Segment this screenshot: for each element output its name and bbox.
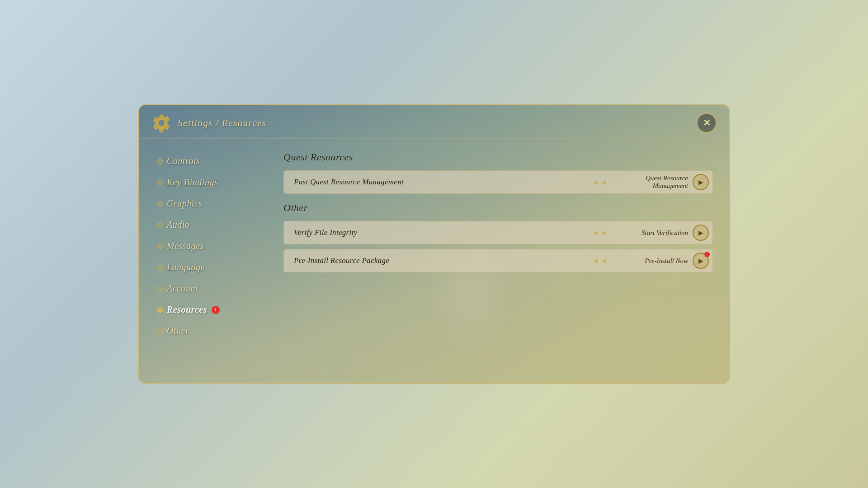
sidebar-item-language[interactable]: Language — [155, 258, 261, 276]
bullet-icon — [157, 179, 163, 185]
sidebar-item-graphics[interactable]: Graphics — [155, 195, 261, 212]
main-content: Quest Resources Past Quest Resource Mana… — [270, 139, 729, 383]
arrow-left-icon: ◄◄ — [591, 256, 608, 266]
quest-section-title: Quest Resources — [283, 151, 713, 163]
resources-row: Resources ! — [167, 305, 220, 315]
pre-install-action-text: Pre-Install Now — [640, 257, 693, 265]
arrow-left-icon: ◄◄ — [591, 228, 608, 238]
sidebar-label: Controls — [167, 156, 200, 166]
sidebar-item-account[interactable]: Account — [155, 280, 261, 297]
sidebar-label: Language — [167, 262, 205, 272]
verify-file-label: Verify File Integrity — [284, 228, 586, 237]
quest-resources-section: Quest Resources Past Quest Resource Mana… — [283, 151, 713, 194]
bullet-icon — [157, 221, 163, 228]
quest-action-button[interactable]: ▶ — [693, 174, 709, 190]
bullet-icon — [157, 306, 163, 313]
settings-modal: Settings / Resources ✕ Controls Key Bind… — [138, 104, 730, 384]
verify-file-row[interactable]: Verify File Integrity ◄◄ Start Verificat… — [283, 221, 713, 244]
sidebar-item-audio[interactable]: Audio — [155, 216, 261, 234]
bullet-icon — [157, 158, 163, 164]
alert-badge: ! — [212, 306, 220, 314]
breadcrumb: Settings / Resources — [178, 117, 266, 129]
verify-action-area: Start Verification ▶ — [613, 225, 712, 241]
modal-header: Settings / Resources ✕ — [139, 105, 729, 139]
bullet-icon — [157, 328, 163, 334]
sidebar-label: Account — [167, 283, 198, 294]
pre-install-action-button[interactable]: ▶ — [693, 253, 709, 269]
close-button[interactable]: ✕ — [697, 113, 717, 133]
sidebar-item-other[interactable]: Other — [155, 322, 261, 340]
bullet-icon — [157, 264, 163, 270]
bullet-icon — [157, 285, 163, 291]
sidebar-item-resources[interactable]: Resources ! — [155, 301, 261, 319]
pre-install-label: Pre-Install Resource Package — [284, 256, 586, 265]
sidebar-label: Key Bindings — [167, 177, 218, 188]
other-section: Other Verify File Integrity ◄◄ Start Ver… — [283, 202, 713, 272]
gear-icon — [151, 113, 171, 133]
sidebar-item-controls[interactable]: Controls — [155, 152, 261, 170]
modal-content: Settings / Resources ✕ Controls Key Bind… — [139, 105, 729, 383]
past-quest-row[interactable]: Past Quest Resource Management ◄◄ Quest … — [283, 170, 713, 194]
pre-install-alert-dot — [704, 252, 710, 257]
modal-body: Controls Key Bindings Graphics Audio Mes — [139, 139, 729, 383]
arrow-left-area: ◄◄ — [586, 256, 613, 266]
pre-install-row[interactable]: Pre-Install Resource Package ◄◄ Pre-Inst… — [283, 249, 713, 272]
other-section-title: Other — [283, 202, 713, 214]
verify-action-text: Start Verification — [637, 229, 693, 237]
sidebar: Controls Key Bindings Graphics Audio Mes — [139, 139, 270, 383]
sidebar-item-key-bindings[interactable]: Key Bindings — [155, 174, 261, 191]
bullet-icon — [157, 200, 163, 206]
arrow-left-area: ◄◄ — [586, 178, 613, 187]
arrow-left-icon: ◄◄ — [591, 178, 608, 187]
quest-action-area: Quest ResourceManagement ▶ — [613, 174, 712, 190]
bullet-icon — [157, 243, 163, 249]
arrow-left-area: ◄◄ — [586, 228, 613, 238]
sidebar-label: Messages — [167, 241, 204, 251]
sidebar-label: Resources — [167, 305, 207, 315]
verify-action-button[interactable]: ▶ — [693, 225, 709, 241]
sidebar-label: Graphics — [167, 198, 202, 209]
past-quest-label: Past Quest Resource Management — [284, 178, 586, 187]
sidebar-item-messages[interactable]: Messages — [155, 237, 261, 255]
header-left: Settings / Resources — [151, 113, 266, 133]
pre-install-action-area: Pre-Install Now ▶ — [613, 253, 712, 269]
sidebar-label: Audio — [167, 220, 189, 230]
sidebar-label: Other — [167, 326, 189, 336]
quest-action-text: Quest ResourceManagement — [641, 174, 693, 190]
